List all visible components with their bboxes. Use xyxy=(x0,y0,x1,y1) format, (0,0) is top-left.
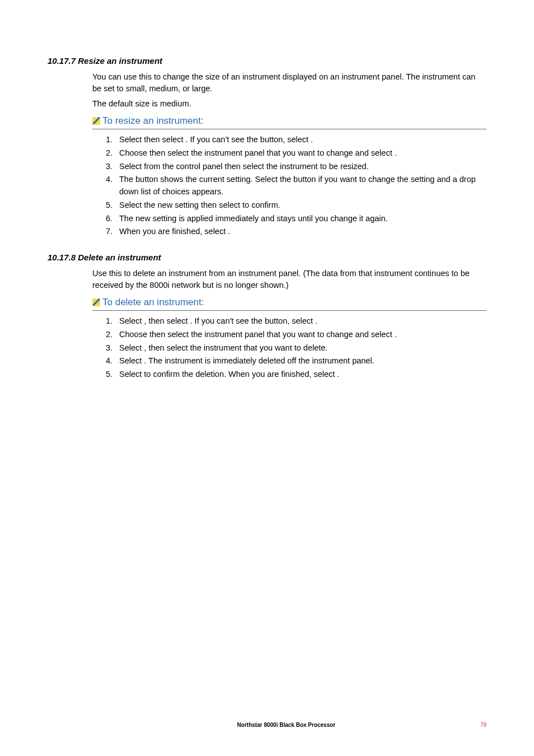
list-item: When you are finished, select . xyxy=(115,226,486,238)
procedure-icon xyxy=(92,117,100,125)
body-paragraph: You can use this to change the size of a… xyxy=(92,71,486,95)
divider xyxy=(92,310,486,311)
steps-list-delete: Select , then select . If you can't see … xyxy=(115,315,486,381)
list-item: Select . The instrument is immediately d… xyxy=(115,355,486,367)
footer-page-number: 79 xyxy=(480,722,486,728)
list-item: Select , then select the instrument that… xyxy=(115,342,486,354)
divider xyxy=(92,129,486,129)
list-item: The button shows the current setting. Se… xyxy=(115,174,486,198)
procedure-heading-delete: To delete an instrument: xyxy=(92,297,486,308)
page-footer: Northstar 8000i Black Box Processor 79 xyxy=(0,722,534,728)
list-item: Choose then select the instrument panel … xyxy=(115,147,486,160)
list-item: The new setting is applied immediately a… xyxy=(115,213,486,225)
section-heading-delete: 10.17.8 Delete an instrument xyxy=(48,253,486,262)
list-item: Select to confirm the deletion. When you… xyxy=(115,368,486,381)
footer-title: Northstar 8000i Black Box Processor xyxy=(48,722,480,728)
procedure-heading-resize: To resize an instrument: xyxy=(92,115,486,127)
list-item: Select , then select . If you can't see … xyxy=(115,315,486,328)
procedure-title-text: To delete an instrument: xyxy=(102,297,204,308)
body-paragraph: The default size is medium. xyxy=(92,98,486,110)
list-item: Select the new setting then select to co… xyxy=(115,199,486,212)
steps-list-resize: Select then select . If you can't see th… xyxy=(115,134,486,238)
body-paragraph: Use this to delete an instrument from an… xyxy=(92,268,486,291)
procedure-icon xyxy=(92,298,100,306)
list-item: Choose then select the instrument panel … xyxy=(115,329,486,341)
list-item: Select from the control panel then selec… xyxy=(115,161,486,173)
list-item: Select then select . If you can't see th… xyxy=(115,134,486,146)
section-heading-resize: 10.17.7 Resize an instrument xyxy=(48,56,486,66)
procedure-title-text: To resize an instrument: xyxy=(102,115,203,127)
